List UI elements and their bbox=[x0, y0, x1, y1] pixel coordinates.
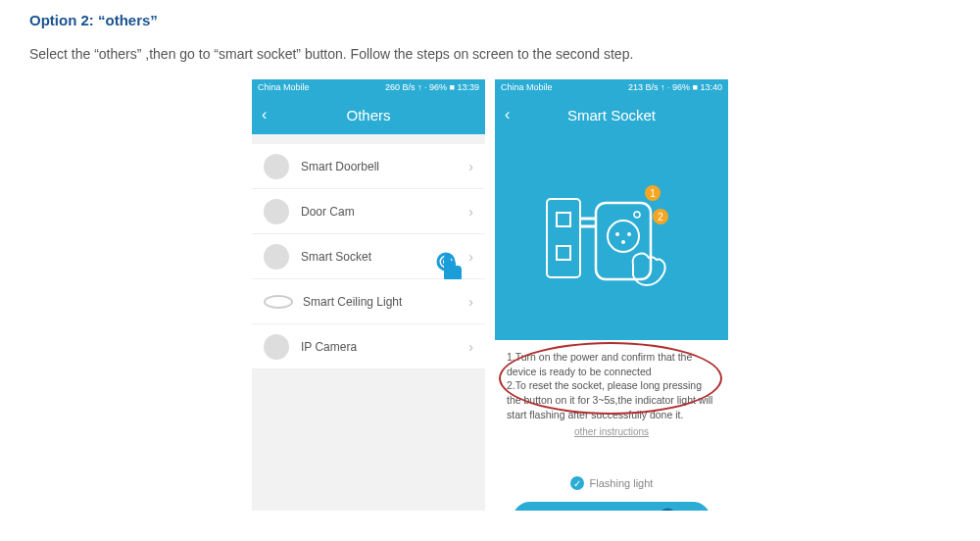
instruction-line-2: 2.To reset the socket, please long press… bbox=[507, 378, 716, 421]
list-item-label: Door Cam bbox=[301, 205, 468, 219]
chevron-right-icon: › bbox=[468, 249, 473, 265]
svg-point-11 bbox=[621, 240, 625, 244]
list-item-label: IP Camera bbox=[301, 340, 468, 354]
svg-text:1: 1 bbox=[650, 188, 656, 199]
list-item[interactable]: Door Cam › bbox=[252, 189, 485, 234]
list-item[interactable]: Smart Doorbell › bbox=[252, 144, 485, 189]
page-subtext: Select the “others” ,then go to “smart s… bbox=[29, 46, 951, 62]
chevron-right-icon: › bbox=[468, 159, 473, 174]
status-right: 213 B/s ↑ · 96% ■ 13:40 bbox=[628, 82, 722, 92]
socket-illustration: 1 2 bbox=[495, 134, 728, 340]
status-bar: China Mobile 260 B/s ↑ · 96% ■ 13:39 bbox=[252, 79, 485, 95]
next-button[interactable]: Next bbox=[513, 502, 710, 511]
page-heading: Option 2: “others” bbox=[29, 12, 951, 28]
socket-icon bbox=[264, 244, 289, 270]
svg-rect-3 bbox=[557, 213, 570, 226]
back-icon[interactable]: ‹ bbox=[505, 106, 510, 123]
list-item-label: Smart Socket bbox=[301, 250, 468, 264]
ceiling-light-icon bbox=[264, 295, 293, 309]
phone-others-list: China Mobile 260 B/s ↑ · 96% ■ 13:39 ‹ O… bbox=[252, 79, 485, 511]
nav-title: Smart Socket bbox=[567, 107, 656, 123]
list-item[interactable]: Smart Ceiling Light › bbox=[252, 279, 485, 324]
flashing-light-row[interactable]: ✓ Flashing light bbox=[495, 476, 728, 490]
list-item-smart-socket[interactable]: Smart Socket › bbox=[252, 234, 485, 279]
nav-title: Others bbox=[346, 107, 390, 123]
status-right: 260 B/s ↑ · 96% ■ 13:39 bbox=[385, 82, 479, 92]
camera-icon bbox=[264, 334, 289, 360]
back-icon[interactable]: ‹ bbox=[262, 106, 267, 123]
status-bar: China Mobile 213 B/s ↑ · 96% ■ 13:40 bbox=[495, 79, 728, 95]
carrier-label: China Mobile bbox=[501, 82, 553, 92]
svg-rect-2 bbox=[547, 199, 580, 277]
nav-bar: ‹ Others bbox=[252, 95, 485, 134]
svg-rect-4 bbox=[557, 246, 570, 260]
device-list: Smart Doorbell › Door Cam › Smart Socket… bbox=[252, 134, 485, 369]
instruction-line-1: 1.Turn on the power and confirm that the… bbox=[507, 350, 716, 378]
list-item[interactable]: IP Camera › bbox=[252, 324, 485, 369]
svg-point-17 bbox=[661, 510, 674, 511]
svg-point-8 bbox=[608, 221, 639, 252]
instructions-box: 1.Turn on the power and confirm that the… bbox=[495, 340, 728, 457]
svg-point-10 bbox=[627, 232, 631, 236]
check-icon: ✓ bbox=[570, 476, 584, 490]
flashing-label: Flashing light bbox=[590, 477, 654, 489]
chevron-right-icon: › bbox=[468, 339, 473, 355]
other-instructions-link[interactable]: other instructions bbox=[507, 425, 716, 439]
svg-point-9 bbox=[615, 232, 619, 236]
list-item-label: Smart Doorbell bbox=[301, 160, 468, 173]
doorbell-icon bbox=[264, 154, 289, 179]
carrier-label: China Mobile bbox=[258, 82, 310, 92]
doorcam-icon bbox=[264, 199, 289, 224]
svg-point-12 bbox=[634, 212, 640, 218]
phone-screenshots: China Mobile 260 B/s ↑ · 96% ■ 13:39 ‹ O… bbox=[29, 79, 951, 511]
chevron-right-icon: › bbox=[468, 294, 473, 310]
svg-text:2: 2 bbox=[658, 212, 663, 222]
tap-hand-icon bbox=[652, 508, 687, 511]
nav-bar: ‹ Smart Socket bbox=[495, 95, 728, 134]
chevron-right-icon: › bbox=[468, 204, 473, 220]
list-item-label: Smart Ceiling Light bbox=[303, 295, 468, 309]
phone-smart-socket: China Mobile 213 B/s ↑ · 96% ■ 13:40 ‹ S… bbox=[495, 79, 728, 511]
